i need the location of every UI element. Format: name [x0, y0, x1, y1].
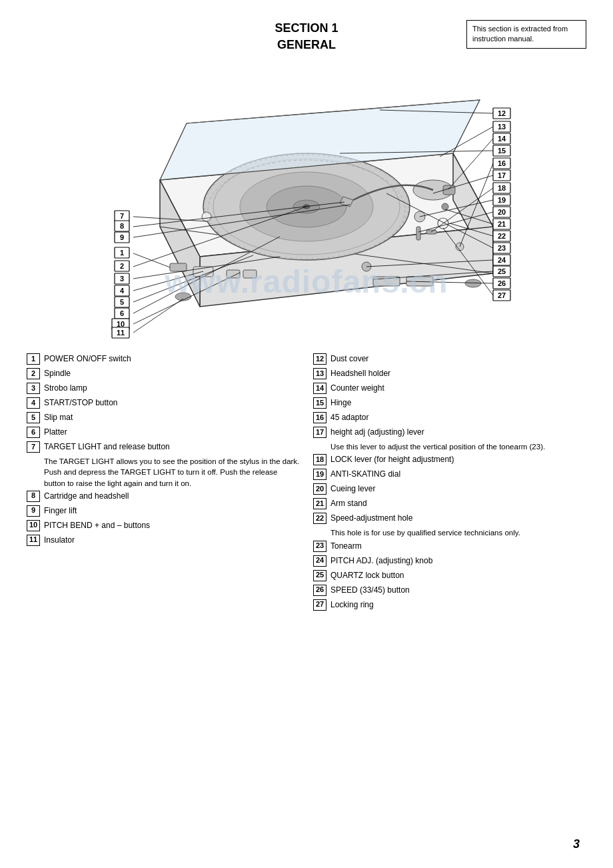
svg-text:18: 18	[498, 184, 506, 192]
part-description: height adj (adjusting) lever	[330, 427, 424, 438]
svg-rect-22	[170, 263, 187, 271]
part-description: PITCH BEND + and – buttons	[44, 520, 150, 531]
svg-text:13: 13	[498, 123, 506, 131]
diagram-area: 1 2 3 4 5 6 7 8 9	[27, 60, 586, 340]
part-description: Counter weight	[330, 383, 384, 394]
page-title: SECTION 1 GENERAL	[275, 20, 338, 53]
part-number-badge: 26	[313, 585, 326, 596]
list-item: 15Hinge	[313, 397, 586, 409]
header: SECTION 1 GENERAL This section is extrac…	[27, 20, 586, 53]
svg-text:25: 25	[498, 267, 506, 275]
turntable-base	[160, 100, 493, 307]
part-description: PITCH ADJ. (adjusting) knob	[330, 555, 432, 567]
part-number-badge: 19	[313, 469, 326, 480]
list-item: 24PITCH ADJ. (adjusting) knob	[313, 555, 586, 567]
part-description: TARGET LIGHT and release button	[44, 441, 170, 453]
part-number-badge: 8	[27, 491, 40, 502]
list-item: 6Platter	[27, 427, 300, 438]
svg-rect-29	[416, 227, 420, 240]
list-item: 22Speed-adjustment hole	[313, 513, 586, 524]
list-item: 3Strobo lamp	[27, 383, 300, 394]
part-description: QUARTZ lock button	[330, 570, 404, 581]
svg-text:4: 4	[120, 287, 125, 295]
list-item: 10PITCH BEND + and – buttons	[27, 520, 300, 531]
list-item: 21Arm stand	[313, 498, 586, 509]
list-item: 11Insulator	[27, 535, 300, 546]
turntable-diagram: 1 2 3 4 5 6 7 8 9	[80, 60, 533, 340]
part-number-badge: 12	[313, 353, 326, 365]
part-number-badge: 27	[313, 599, 326, 611]
part-number-badge: 10	[27, 520, 40, 531]
svg-text:27: 27	[498, 291, 506, 299]
parts-col-right: 12Dust cover13Headshell holder14Counter …	[313, 353, 586, 613]
part-number-badge: 2	[27, 368, 40, 379]
svg-text:21: 21	[498, 220, 506, 228]
part-description: Insulator	[44, 535, 75, 546]
svg-text:5: 5	[120, 298, 124, 306]
svg-point-33	[175, 293, 191, 301]
parts-list: 1POWER ON/OFF switch2Spindle3Strobo lamp…	[27, 353, 586, 613]
part-number-badge: 6	[27, 427, 40, 438]
part-description: Hinge	[330, 397, 351, 409]
part-description: Speed-adjustment hole	[330, 513, 412, 524]
list-item: 14Counter weight	[313, 383, 586, 394]
part-number-badge: 22	[313, 513, 326, 524]
part-number-badge: 4	[27, 397, 40, 409]
list-item: 9Finger lift	[27, 505, 300, 517]
list-item: 1645 adaptor	[313, 412, 586, 423]
list-item: 20Cueing lever	[313, 483, 586, 495]
svg-point-18	[442, 203, 448, 210]
part-description: Slip mat	[44, 412, 73, 423]
part-description: POWER ON/OFF switch	[44, 353, 131, 365]
part-number-badge: 17	[313, 427, 326, 438]
svg-text:16: 16	[498, 159, 506, 167]
svg-text:14: 14	[498, 135, 506, 143]
part-number-badge: 25	[313, 570, 326, 581]
part-number-badge: 18	[313, 454, 326, 465]
svg-text:11: 11	[117, 329, 125, 337]
part-description: Locking ring	[330, 599, 374, 611]
part-description: LOCK lever (for height adjustment)	[330, 454, 454, 465]
svg-text:10: 10	[117, 320, 125, 328]
part-number-badge: 24	[313, 555, 326, 567]
svg-text:1: 1	[120, 249, 124, 257]
part-description-sub: This hole is for use by qualified servic…	[330, 527, 586, 538]
page-number: 3	[573, 837, 580, 851]
svg-text:23: 23	[498, 244, 506, 252]
part-number-badge: 13	[313, 368, 326, 379]
part-number-badge: 5	[27, 412, 40, 423]
svg-line-65	[133, 299, 183, 333]
list-item: 19ANTI-SKATING dial	[313, 469, 586, 480]
part-number-badge: 21	[313, 498, 326, 509]
part-description: Dust cover	[330, 353, 368, 365]
part-number-badge: 11	[27, 535, 40, 546]
list-item: 5Slip mat	[27, 412, 300, 423]
part-description: Arm stand	[330, 498, 367, 509]
part-number-badge: 15	[313, 397, 326, 409]
part-description-sub: Use this lever to adjust the vertical po…	[330, 441, 586, 452]
part-number-badge: 7	[27, 441, 40, 453]
part-number-badge: 16	[313, 412, 326, 423]
list-item: 12Dust cover	[313, 353, 586, 365]
svg-rect-20	[227, 270, 240, 278]
part-number-badge: 3	[27, 383, 40, 394]
list-item: 18LOCK lever (for height adjustment)	[313, 454, 586, 465]
part-description: 45 adaptor	[330, 412, 368, 423]
svg-text:19: 19	[498, 196, 506, 204]
list-item: 26SPEED (33/45) button	[313, 585, 586, 596]
list-item: 1POWER ON/OFF switch	[27, 353, 300, 365]
svg-text:8: 8	[120, 222, 124, 230]
svg-text:7: 7	[120, 212, 124, 220]
page-container: SECTION 1 GENERAL This section is extrac…	[0, 0, 613, 868]
part-description: Headshell holder	[330, 368, 390, 379]
part-description: ANTI-SKATING dial	[330, 469, 400, 480]
part-number-badge: 14	[313, 383, 326, 394]
part-description: Spindle	[44, 368, 71, 379]
part-number-badge: 9	[27, 505, 40, 517]
list-item: 13Headshell holder	[313, 368, 586, 379]
svg-text:12: 12	[498, 109, 506, 117]
list-item: 23Tonearm	[313, 541, 586, 552]
list-item: 8Cartridge and headshell	[27, 491, 300, 502]
svg-text:22: 22	[498, 232, 506, 240]
svg-text:15: 15	[498, 147, 506, 155]
